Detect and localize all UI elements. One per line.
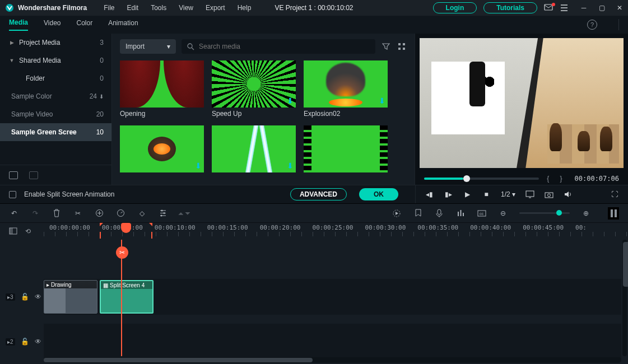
folder-icon[interactable]	[29, 171, 38, 179]
zoom-in-icon[interactable]: ⊕	[581, 208, 591, 218]
media-thumb-6[interactable]: ⬇	[304, 125, 388, 172]
advanced-button[interactable]: ADVANCED	[290, 188, 347, 200]
app-name: Wondershare Filmora	[18, 4, 87, 12]
audio-mixer-icon[interactable]	[455, 208, 466, 218]
menu-export[interactable]: Export	[206, 4, 225, 12]
adjust-icon[interactable]	[158, 208, 168, 218]
tab-video[interactable]: Video	[44, 19, 61, 30]
marker-icon[interactable]	[413, 208, 423, 218]
timeline[interactable]: ✂ ▸3 🔓 👁 ▸ Drawing ▦ Split Screen 4 ▸2 🔓…	[0, 240, 628, 364]
audio-wave-icon[interactable]: ⏶⏷	[179, 208, 189, 218]
divider	[618, 19, 619, 30]
window-close-icon[interactable]: ✕	[616, 4, 624, 12]
display-icon[interactable]	[525, 190, 534, 199]
app-logo-icon	[4, 3, 15, 13]
window-minimize-icon[interactable]: ─	[580, 4, 588, 12]
tab-media[interactable]: Media	[9, 18, 28, 31]
grid-view-icon[interactable]	[397, 41, 407, 52]
preview-viewport[interactable]	[420, 38, 624, 168]
ok-button[interactable]: OK	[359, 188, 398, 200]
zoom-out-icon[interactable]: ⊖	[498, 208, 508, 218]
svg-rect-1	[545, 4, 552, 10]
sidebar-item-folder[interactable]: Folder 0	[0, 69, 111, 87]
delete-icon[interactable]	[52, 208, 62, 218]
sidebar-item-sample-color[interactable]: Sample Color 24 ⬇	[0, 87, 111, 105]
media-thumb-opening[interactable]: ⬇ Opening	[120, 60, 204, 118]
search-field[interactable]	[199, 43, 370, 50]
sidebar-item-sample-video[interactable]: Sample Video 20	[0, 105, 111, 123]
menu-edit[interactable]: Edit	[127, 4, 138, 12]
redo-icon[interactable]: ↷	[30, 208, 40, 218]
chevron-down-icon: ▾	[167, 43, 170, 50]
marker-braces[interactable]: { }	[547, 175, 566, 183]
preview-panel: { } 00:00:07:06	[415, 34, 628, 185]
tab-animation[interactable]: Animation	[108, 19, 138, 30]
keyframe-icon[interactable]: ◇	[137, 208, 147, 218]
download-icon[interactable]: ⬇	[287, 161, 294, 170]
voiceover-icon[interactable]	[434, 208, 444, 218]
fullscreen-icon[interactable]: ⛶	[610, 190, 619, 199]
play-icon[interactable]: ▶	[463, 190, 472, 199]
playhead-scissors-icon[interactable]: ✂	[116, 246, 128, 259]
media-thumb-5[interactable]: ⬇	[212, 125, 296, 172]
messages-icon[interactable]	[544, 4, 553, 12]
svg-point-17	[161, 215, 162, 217]
expand-icon[interactable]: ▶	[8, 40, 16, 45]
new-folder-icon[interactable]	[9, 171, 18, 179]
split-screen-animation-checkbox[interactable]	[9, 191, 16, 198]
timeline-ruler[interactable]: ⟲ 00:00:00:00 00:00:05:00 00:00:10:00 00…	[0, 223, 628, 240]
undo-icon[interactable]: ↶	[9, 208, 19, 218]
preview-seek-slider[interactable]	[424, 178, 539, 180]
menu-tools[interactable]: Tools	[151, 4, 166, 12]
step-back-icon[interactable]: ◂▮	[425, 190, 434, 199]
visibility-icon[interactable]: 👁	[35, 293, 41, 301]
speed-icon[interactable]	[115, 208, 125, 218]
filter-icon[interactable]	[381, 41, 391, 52]
media-thumb-explosion[interactable]: ⬇ Explosion02	[304, 60, 388, 118]
tutorials-button[interactable]: Tutorials	[483, 2, 537, 13]
download-icon[interactable]: ⬇	[379, 161, 385, 170]
menu-help[interactable]: Help	[238, 4, 252, 12]
playhead-handle[interactable]	[121, 223, 131, 233]
sidebar-item-shared-media[interactable]: ▼ Shared Media 0	[0, 52, 111, 69]
search-icon	[187, 43, 194, 50]
download-icon[interactable]: ⬇	[195, 96, 202, 105]
zoom-slider[interactable]	[519, 212, 570, 214]
import-dropdown[interactable]: Import ▾	[120, 39, 176, 54]
sidebar-item-sample-green-screen[interactable]: Sample Green Scree 10	[0, 123, 111, 141]
help-icon[interactable]: ?	[587, 20, 597, 30]
caption-icon[interactable]: cc	[477, 208, 487, 218]
lock-icon[interactable]: 🔓	[21, 338, 29, 346]
timeline-h-scrollbar[interactable]	[44, 357, 621, 363]
window-maximize-icon[interactable]: ▢	[598, 4, 606, 12]
render-icon[interactable]	[392, 208, 402, 218]
volume-icon[interactable]	[564, 190, 573, 199]
link-icon[interactable]: ⟲	[25, 227, 31, 235]
search-media-input[interactable]	[182, 39, 375, 54]
list-icon[interactable]	[560, 4, 569, 12]
snapshot-icon[interactable]	[545, 190, 553, 199]
media-thumb-4[interactable]: ⬇	[120, 125, 204, 172]
download-icon[interactable]: ⬇	[287, 96, 294, 105]
download-icon[interactable]: ⬇	[195, 161, 202, 170]
crop-icon[interactable]	[94, 208, 104, 218]
visibility-icon[interactable]: 👁	[35, 338, 41, 346]
clip-split-screen[interactable]: ▦ Split Screen 4	[100, 280, 153, 314]
play-pause-icon[interactable]: ▮▸	[444, 190, 453, 199]
lock-icon[interactable]: 🔓	[21, 293, 29, 301]
timeline-pause-icon[interactable]	[608, 207, 619, 220]
track-toggle-icon[interactable]	[9, 227, 17, 235]
download-icon[interactable]: ⬇	[379, 96, 385, 105]
timeline-v-scrollbar[interactable]	[622, 240, 627, 356]
media-thumb-speedup[interactable]: ⬇ Speed Up	[212, 60, 296, 118]
stop-icon[interactable]: ■	[482, 190, 491, 199]
collapse-icon[interactable]: ▼	[8, 58, 16, 63]
login-button[interactable]: Login	[433, 2, 477, 13]
tab-color[interactable]: Color	[77, 19, 93, 30]
sidebar-item-project-media[interactable]: ▶ Project Media 3	[0, 34, 111, 52]
split-icon[interactable]: ✂	[73, 208, 83, 218]
zoom-ratio[interactable]: 1/2 ▾	[501, 190, 515, 198]
clip-drawing[interactable]: ▸ Drawing	[44, 280, 97, 314]
menu-file[interactable]: File	[104, 4, 114, 12]
menu-view[interactable]: View	[179, 4, 193, 12]
